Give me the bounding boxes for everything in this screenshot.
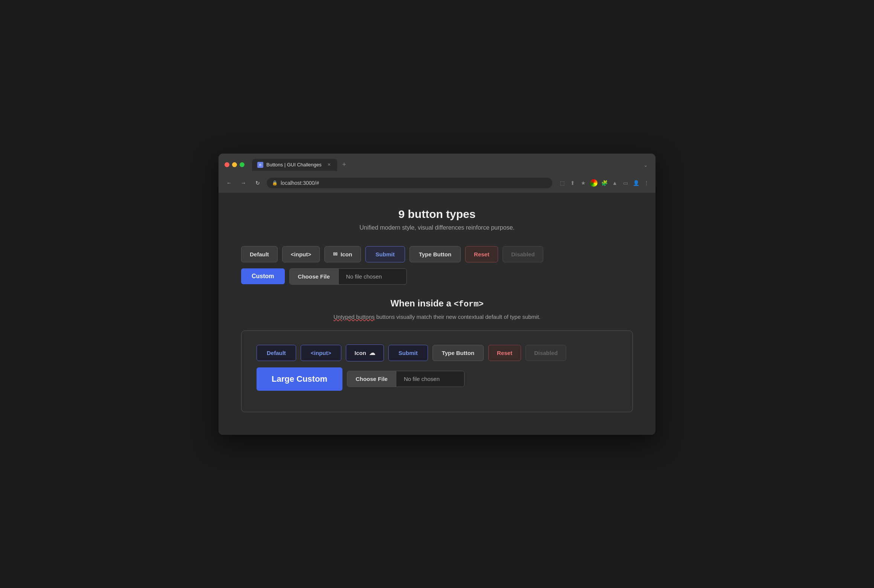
navigation-bar: ← → ↻ 🔒 localhost:3000/# ⬚ ⬆ ★ 🧩 ▲ ▭ 👤 ⋮ <box>218 175 656 193</box>
section2-subtitle-underlined: Untyped buttons <box>333 314 374 320</box>
tab-title: Buttons | GUI Challenges <box>266 162 321 168</box>
browser-window: B Buttons | GUI Challenges ✕ + ⌄ ← → ↻ 🔒… <box>218 154 656 435</box>
maximize-button[interactable] <box>240 162 244 167</box>
minimize-button[interactable] <box>232 162 237 167</box>
url-text: localhost:3000/# <box>281 180 319 186</box>
form-icon-button[interactable]: Icon ☁ <box>346 344 384 361</box>
form-box: Default <input> Icon ☁ Submit Type Butto… <box>241 331 633 412</box>
custom-button[interactable]: Custom <box>241 268 285 284</box>
form-submit-button[interactable]: Submit <box>388 345 428 361</box>
disabled-button: Disabled <box>503 246 544 262</box>
browser-toolbar-icons: ⬚ ⬆ ★ 🧩 ▲ ▭ 👤 ⋮ <box>558 179 650 187</box>
button-row-1: Default <input> ✉ Icon Submit Type Butto… <box>241 246 633 262</box>
menu-icon[interactable]: ⋮ <box>643 179 650 187</box>
form-file-input-wrapper[interactable]: Choose File No file chosen <box>347 371 465 387</box>
default-button[interactable]: Default <box>241 246 278 262</box>
choose-file-button[interactable]: Choose File <box>290 269 339 284</box>
back-button[interactable]: ← <box>224 178 234 188</box>
form-disabled-button: Disabled <box>526 345 567 361</box>
form-button-row-1: Default <input> Icon ☁ Submit Type Butto… <box>257 344 617 361</box>
section2-subtitle: Untyped buttons buttons visually match t… <box>241 314 633 320</box>
section2-subtitle-plain: buttons visually match their new context… <box>376 314 541 320</box>
security-icon: 🔒 <box>272 180 278 186</box>
section2-header: When inside a <form> <box>241 298 633 309</box>
form-type-button-button[interactable]: Type Button <box>432 345 484 361</box>
profile-icon[interactable]: 👤 <box>632 179 640 187</box>
active-tab[interactable]: B Buttons | GUI Challenges ✕ <box>252 159 337 171</box>
form-input-button[interactable]: <input> <box>301 345 341 361</box>
submit-button[interactable]: Submit <box>365 246 405 262</box>
section2-title: When inside a <form> <box>390 298 483 308</box>
form-no-file-chosen-text: No file chosen <box>396 371 464 387</box>
address-bar[interactable]: 🔒 localhost:3000/# <box>267 178 552 188</box>
tab-bar: B Buttons | GUI Challenges ✕ + <box>252 159 639 171</box>
external-link-icon[interactable]: ⬚ <box>558 179 566 187</box>
refresh-button[interactable]: ↻ <box>252 178 263 188</box>
reset-button[interactable]: Reset <box>465 246 498 262</box>
form-choose-file-button[interactable]: Choose File <box>347 371 396 387</box>
form-icon-button-label: Icon <box>354 350 366 356</box>
envelope-icon: ✉ <box>333 251 338 257</box>
file-input-wrapper[interactable]: Choose File No file chosen <box>289 268 407 285</box>
input-button[interactable]: <input> <box>282 246 320 262</box>
form-reset-button[interactable]: Reset <box>488 345 521 361</box>
cloud-icon: ☁ <box>369 349 375 356</box>
extension-icon-2[interactable]: ▲ <box>611 179 619 187</box>
sidebar-icon[interactable]: ▭ <box>622 179 629 187</box>
share-icon[interactable]: ⬆ <box>569 179 576 187</box>
icon-button-label: Icon <box>341 251 352 257</box>
close-button[interactable] <box>225 162 229 167</box>
large-custom-button[interactable]: Large Custom <box>257 367 342 391</box>
extension-icon-1[interactable] <box>590 179 597 187</box>
tab-close-icon[interactable]: ✕ <box>326 162 332 168</box>
type-button-button[interactable]: Type Button <box>409 246 461 262</box>
section2-title-text: When inside a <box>390 298 451 308</box>
page-subtitle: Unified modern style, visual differences… <box>241 224 633 231</box>
traffic-lights <box>225 162 244 167</box>
forward-button[interactable]: → <box>238 178 249 188</box>
new-tab-button[interactable]: + <box>339 160 349 170</box>
page-title: 9 button types <box>241 208 633 221</box>
tab-favicon: B <box>257 162 263 168</box>
page-content: 9 button types Unified modern style, vis… <box>218 193 656 435</box>
browser-chrome: B Buttons | GUI Challenges ✕ + ⌄ ← → ↻ 🔒… <box>218 154 656 193</box>
extensions-icon[interactable]: 🧩 <box>600 179 608 187</box>
icon-button[interactable]: ✉ Icon <box>324 246 361 262</box>
window-controls-chevron[interactable]: ⌄ <box>642 161 649 169</box>
button-row-2: Custom Choose File No file chosen <box>241 268 633 285</box>
form-default-button[interactable]: Default <box>257 345 296 361</box>
form-button-row-2: Large Custom Choose File No file chosen <box>257 367 617 391</box>
no-file-chosen-text: No file chosen <box>339 269 406 284</box>
section2-title-code: <form> <box>454 300 483 309</box>
bookmark-icon[interactable]: ★ <box>579 179 587 187</box>
title-bar: B Buttons | GUI Challenges ✕ + ⌄ <box>218 154 656 175</box>
